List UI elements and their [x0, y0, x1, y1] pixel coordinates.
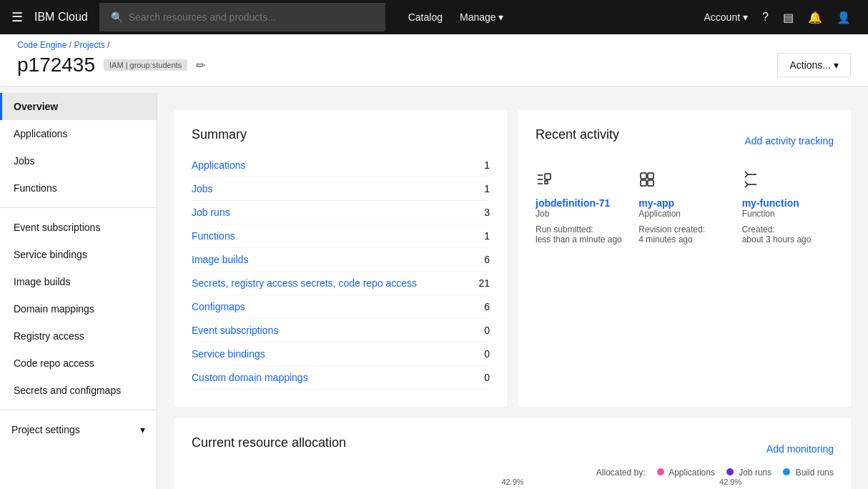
sidebar-item-image-builds[interactable]: Image builds [0, 268, 157, 295]
summary-title: Summary [192, 127, 490, 142]
summary-link[interactable]: Secrets, registry access secrets, code r… [192, 277, 417, 289]
search-bar[interactable]: 🔍 [99, 3, 385, 31]
activity-status: Run submitted: [536, 224, 627, 234]
account-button[interactable]: Account ▾ [699, 11, 754, 23]
sidebar-item-domain-mappings[interactable]: Domain mappings [0, 295, 157, 322]
code-engine-link[interactable]: Code Engine [17, 40, 66, 50]
notifications-icon[interactable]: 🔔 [802, 11, 828, 24]
sidebar-item-event-subscriptions[interactable]: Event subscriptions [0, 214, 157, 241]
summary-count: 6 [484, 301, 490, 312]
main-content: Summary Applications 1 Jobs 1 Job runs 3… [157, 93, 868, 489]
summary-count: 6 [484, 254, 490, 265]
sidebar-item-code-repo-access[interactable]: Code repo access [0, 350, 157, 377]
summary-link[interactable]: Custom domain mappings [192, 372, 308, 383]
top-cards: Summary Applications 1 Jobs 1 Job runs 3… [174, 110, 851, 407]
user-icon[interactable]: 👤 [831, 11, 857, 24]
activity-status: Created: [742, 224, 834, 234]
allocated-by-label: Allocated by: [596, 468, 646, 478]
sidebar-item-jobs[interactable]: Jobs [0, 147, 157, 174]
activity-type: Function [742, 209, 834, 219]
activity-time: less than a minute ago [536, 234, 627, 244]
activity-status: Revision created: [638, 224, 730, 234]
sidebar-item-secrets-configmaps[interactable]: Secrets and configmaps [0, 377, 157, 404]
activity-time: about 3 hours ago [742, 234, 834, 244]
summary-row: Image builds 6 [192, 248, 490, 272]
summary-link[interactable]: Service bindings [192, 348, 265, 360]
legend-job-runs: Job runs [726, 468, 771, 478]
activity-icon [536, 171, 627, 192]
summary-link[interactable]: Jobs [192, 183, 213, 194]
recent-activity-card: Recent activity Add activity tracking jo… [518, 110, 851, 407]
summary-count: 1 [484, 159, 490, 171]
svg-rect-4 [545, 181, 548, 184]
summary-row: Jobs 1 [192, 177, 490, 201]
summary-link[interactable]: Image builds [192, 254, 248, 265]
summary-count: 0 [484, 348, 490, 360]
summary-link[interactable]: Applications [192, 159, 246, 171]
manage-link[interactable]: Manage ▾ [460, 11, 503, 23]
resource-legend: Allocated by: Applications Job runs Buil… [192, 468, 834, 478]
svg-rect-6 [648, 173, 654, 179]
breadcrumb-bar: Code Engine / Projects / p172435 IAM | g… [0, 34, 868, 87]
summary-row: Secrets, registry access secrets, code r… [192, 272, 490, 295]
chevron-down-icon: ▾ [140, 424, 145, 435]
svg-rect-3 [545, 174, 551, 179]
nav-right: Account ▾ ? ▤ 🔔 👤 [699, 11, 857, 24]
summary-card: Summary Applications 1 Jobs 1 Job runs 3… [174, 110, 507, 407]
summary-row: Applications 1 [192, 154, 490, 177]
top-navigation: ☰ IBM Cloud 🔍 Catalog Manage ▾ Account ▾… [0, 0, 868, 34]
search-icon: 🔍 [111, 11, 123, 23]
sidebar-item-applications[interactable]: Applications [0, 120, 157, 147]
sidebar-item-functions[interactable]: Functions [0, 174, 157, 202]
activity-type: Job [536, 209, 627, 219]
summary-link[interactable]: Event subscriptions [192, 325, 278, 336]
svg-rect-8 [648, 180, 654, 186]
activity-grid: jobdefinition-71 Job Run submitted: less… [536, 165, 834, 250]
sidebar-item-service-bindings[interactable]: Service bindings [0, 241, 157, 268]
summary-row: Configmaps 6 [192, 295, 490, 319]
svg-rect-5 [641, 173, 646, 179]
summary-rows: Applications 1 Jobs 1 Job runs 3 Functio… [192, 154, 490, 390]
activity-type: Application [638, 209, 730, 219]
summary-row: Event subscriptions 0 [192, 319, 490, 342]
activity-name[interactable]: my-function [742, 197, 834, 209]
resource-allocation-card: Current resource allocation Add monitori… [174, 418, 851, 489]
summary-link[interactable]: Job runs [192, 207, 230, 218]
build-runs-dot [783, 468, 790, 475]
activity-name[interactable]: my-app [638, 197, 730, 209]
breadcrumb: Code Engine / Projects / [17, 40, 851, 50]
edit-icon[interactable]: ✏ [196, 59, 205, 72]
page-header: p172435 IAM | group:students ✏ Actions..… [17, 53, 851, 86]
menu-icon[interactable]: ☰ [11, 9, 23, 25]
page-title: p172435 [17, 54, 95, 76]
legend-build-runs: Build runs [783, 468, 834, 478]
resource-header: Current resource allocation Add monitori… [192, 435, 834, 462]
summary-link[interactable]: Configmaps [192, 301, 245, 312]
add-activity-tracking-link[interactable]: Add activity tracking [745, 135, 834, 147]
help-icon[interactable]: ? [756, 11, 774, 24]
actions-button[interactable]: Actions... ▾ [777, 53, 851, 77]
summary-row: Service bindings 0 [192, 342, 490, 366]
summary-count: 0 [484, 372, 490, 383]
add-monitoring-link[interactable]: Add monitoring [766, 443, 834, 455]
activity-name[interactable]: jobdefinition-71 [536, 197, 627, 209]
projects-link[interactable]: Projects [74, 40, 104, 50]
activity-time: 4 minutes ago [638, 234, 730, 244]
sidebar-project-settings[interactable]: Project settings ▾ [0, 416, 157, 443]
donut-pct-top: 42.9% [719, 478, 741, 486]
sidebar-item-overview[interactable]: Overview [0, 93, 157, 120]
activity-item: jobdefinition-71 Job Run submitted: less… [536, 165, 627, 250]
activity-item: my-app Application Revision created: 4 m… [638, 165, 730, 250]
resource-title: Current resource allocation [192, 435, 346, 450]
summary-row: Custom domain mappings 0 [192, 366, 490, 390]
nav-links: Catalog Manage ▾ [408, 11, 504, 23]
summary-count: 1 [484, 230, 490, 242]
sidebar-item-registry-access[interactable]: Registry access [0, 322, 157, 350]
catalog-link[interactable]: Catalog [408, 11, 443, 23]
sidebar-divider-2 [0, 410, 157, 410]
cost-estimator-icon[interactable]: ▤ [777, 11, 799, 24]
activity-icon [742, 171, 834, 192]
summary-link[interactable]: Functions [192, 230, 235, 242]
search-input[interactable] [129, 11, 374, 23]
sidebar: Overview Applications Jobs Functions Eve… [0, 93, 157, 489]
